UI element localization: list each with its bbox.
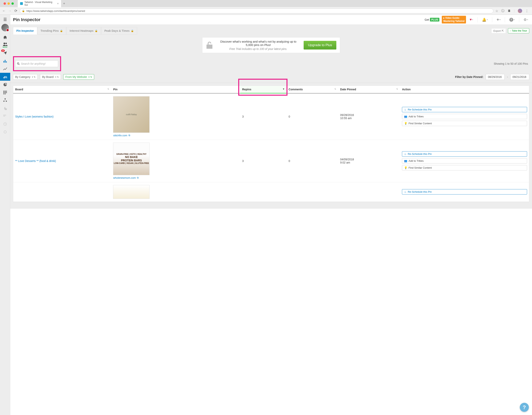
filter-by-category[interactable]: By Category ▾ ⇅ xyxy=(13,74,38,80)
svg-point-0 xyxy=(4,43,5,44)
filter-row: By Category ▾ ⇅ By Board ▾ ⇅ From My Web… xyxy=(10,74,532,83)
forward-button[interactable]: → xyxy=(8,9,12,13)
browser-tab[interactable]: Tailwind - Visual Marketing Sui × xyxy=(18,0,61,8)
repins-value: 3 xyxy=(240,93,287,140)
filter-by-board[interactable]: By Board ▾ ⇅ xyxy=(40,74,61,80)
maximize-window-icon[interactable] xyxy=(11,2,14,5)
svg-rect-2 xyxy=(3,61,4,62)
minimize-window-icon[interactable] xyxy=(8,2,10,5)
sort-desc-icon: ▼ xyxy=(283,88,285,90)
tab-pin-inspector[interactable]: Pin Inspector xyxy=(13,27,37,35)
reschedule-button[interactable]: ♨Re-Schedule this Pin xyxy=(402,107,527,112)
page-title: Pin Inspector xyxy=(13,17,422,22)
search-box[interactable] xyxy=(15,60,58,67)
board-link[interactable]: ** Love Desserts ** (food & drink) xyxy=(15,159,56,163)
close-window-icon[interactable] xyxy=(4,2,6,5)
add-icon[interactable]: + ▾ xyxy=(495,17,502,22)
tab-interest-heatmaps[interactable]: Interest Heatmaps 🔒 xyxy=(66,27,101,35)
video-guide-button[interactable]: ▸ Video Guide: Mastering Tailwind xyxy=(442,16,466,23)
info-icon[interactable]: ⓘ xyxy=(501,9,504,13)
search-icon xyxy=(17,62,20,65)
col-board[interactable]: Board⇅ xyxy=(13,86,111,93)
pin-thumbnail[interactable]: outfit flatlay xyxy=(113,96,150,133)
sidebar-history-icon[interactable] xyxy=(0,120,10,128)
app-sidebar: ☰ NEW! 15 xyxy=(0,15,10,415)
sidebar-trends-icon[interactable] xyxy=(0,65,10,73)
tab-trending-pins[interactable]: Trending Pins 🔒 xyxy=(37,27,66,35)
date-filter-label: Filter by Date Pinned: xyxy=(455,75,483,79)
svg-rect-22 xyxy=(5,115,6,115)
bell-icon[interactable]: 🔔 ▾ xyxy=(481,18,489,22)
pin-source-link[interactable]: stitchfix.com ⧉ xyxy=(113,134,130,137)
buffer-icon[interactable] xyxy=(508,9,511,12)
upgrade-button[interactable]: Upgrade to Plus xyxy=(304,41,336,49)
address-bar[interactable]: 🔒 https://www.tailwindapp.com/dashboard/… xyxy=(20,9,493,13)
help-bubble-button[interactable]: ? xyxy=(520,403,529,412)
sidebar-publish-icon[interactable]: 15 xyxy=(0,49,10,57)
pins-table: Board⇅ Pin Repins▼ Comments⇅ Date Pinned… xyxy=(13,86,529,202)
promo-subtext: Free Trial includes up to 100 of your la… xyxy=(217,47,300,50)
sidebar-circle-icon[interactable] xyxy=(0,128,10,136)
reschedule-button[interactable]: ♨Re-Schedule this Pin xyxy=(402,189,527,195)
reload-button[interactable]: ⟳ xyxy=(14,9,18,13)
sidebar-analytics-icon[interactable] xyxy=(0,57,10,65)
back-button[interactable]: ← xyxy=(2,9,6,13)
date-value: 09/28/2016 10:55 am xyxy=(338,93,400,140)
tab-peak-days-times[interactable]: Peak Days & Times 🔒 xyxy=(101,27,137,35)
unlock-icon xyxy=(206,41,213,49)
browser-tab-strip: Tailwind - Visual Marketing Sui × + xyxy=(0,0,532,7)
add-tribes-button[interactable]: 👥Add to Tribes xyxy=(402,114,527,119)
notification-badge: 15 xyxy=(1,49,5,52)
user-avatar[interactable] xyxy=(1,24,9,31)
board-link[interactable]: Styles I Love (womens fashion) xyxy=(15,115,54,118)
star-icon[interactable]: ☆ xyxy=(495,9,498,13)
date-to-input[interactable] xyxy=(510,74,529,80)
heart-icon[interactable]: ♥ ▾ xyxy=(468,18,474,22)
pin-thumbnail[interactable] xyxy=(113,185,150,199)
gear-icon[interactable]: ⚙ ▾ xyxy=(522,18,529,22)
get-plus-link[interactable]: Get PLUS xyxy=(425,18,439,21)
filter-icon: ▾ ⇅ xyxy=(55,76,59,78)
sidebar-home-icon[interactable] xyxy=(0,33,10,41)
col-pin[interactable]: Pin xyxy=(111,86,240,93)
pin-thumbnail[interactable]: GRAIN-FREE | KETO | HEALTHYNO BAKEPROTEI… xyxy=(113,143,150,175)
reschedule-button[interactable]: ♨Re-Schedule this Pin xyxy=(402,151,527,157)
menu-icon[interactable]: ⋮ xyxy=(525,9,528,13)
help-icon[interactable]: ? ▾ xyxy=(508,18,516,22)
find-similar-button[interactable]: 💡Find Similar Content xyxy=(402,121,527,126)
sidebar-pie-icon[interactable] xyxy=(0,81,10,89)
content-area: Pin Inspector Trending Pins 🔒 Interest H… xyxy=(10,25,532,209)
close-tab-icon[interactable]: × xyxy=(57,2,59,5)
profile-avatar-icon[interactable] xyxy=(518,9,522,13)
window-controls[interactable] xyxy=(1,2,16,5)
sidebar-grid-icon[interactable] xyxy=(0,112,10,120)
search-input[interactable] xyxy=(21,62,56,65)
pin-source-link[interactable]: wholenewmom.com ⧉ xyxy=(113,176,139,179)
sidebar-pin-inspector-icon[interactable] xyxy=(0,73,10,81)
col-repins[interactable]: Repins▼ xyxy=(240,86,287,93)
sidebar-tribes-icon[interactable]: NEW! xyxy=(0,41,10,49)
find-similar-button[interactable]: 💡Find Similar Content xyxy=(402,165,527,170)
col-date-pinned[interactable]: Date Pinned⇅ xyxy=(338,86,400,93)
svg-rect-6 xyxy=(4,76,5,78)
add-tribes-button[interactable]: 👥Add to Tribes xyxy=(402,158,527,164)
svg-rect-14 xyxy=(6,92,7,93)
plus-badge: PLUS xyxy=(430,18,440,21)
filter-from-website[interactable]: From My Website ▾ ⇅ xyxy=(63,74,94,80)
external-link-icon: ⧉ xyxy=(128,134,130,137)
https-lock-icon: 🔒 xyxy=(22,10,25,12)
sidebar-fire-icon[interactable] xyxy=(0,104,10,112)
sidebar-referral-icon[interactable] xyxy=(0,97,10,104)
svg-rect-16 xyxy=(5,93,6,94)
svg-point-17 xyxy=(5,98,6,99)
new-tab-button[interactable]: + xyxy=(63,1,65,6)
col-comments[interactable]: Comments⇅ xyxy=(287,86,338,93)
sidebar-heatmap-icon[interactable] xyxy=(0,89,10,97)
hamburger-menu-icon[interactable]: ☰ xyxy=(0,16,10,23)
external-link-icon: ⇱ xyxy=(502,30,504,32)
date-from-input[interactable] xyxy=(486,74,505,80)
take-tour-button[interactable]: ↑ Take the Tour xyxy=(508,28,529,33)
export-button[interactable]: Export ⇱ xyxy=(491,28,506,34)
table-row: ** Love Desserts ** (food & drink) GRAIN… xyxy=(13,140,529,182)
lightbulb-icon: 💡 xyxy=(404,166,407,169)
